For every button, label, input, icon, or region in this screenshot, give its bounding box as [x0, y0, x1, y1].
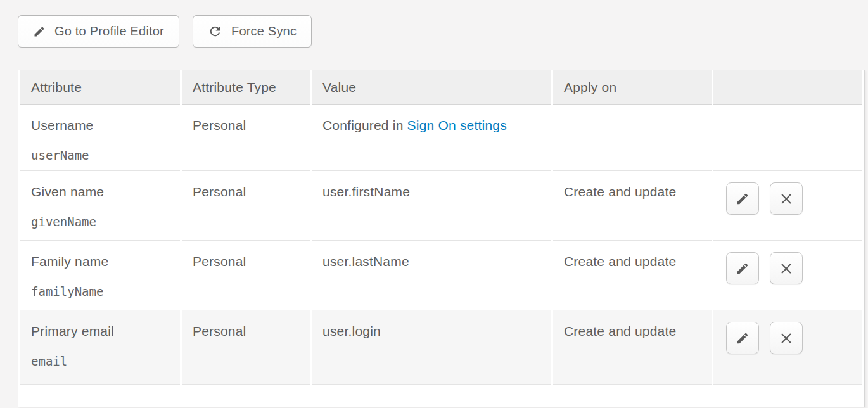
attribute-type-cell: Personal [182, 105, 310, 171]
pencil-icon [736, 262, 750, 276]
attribute-label: Primary email [31, 324, 175, 339]
column-header-attribute: Attribute [20, 70, 180, 105]
force-sync-button[interactable]: Force Sync [193, 15, 312, 48]
attribute-label: Username [31, 118, 175, 133]
attribute-cell: Username userName [20, 105, 180, 171]
x-icon [779, 331, 793, 345]
attribute-mappings-section: Attribute Attribute Type Value Apply on … [18, 70, 852, 407]
column-header-attribute-type: Attribute Type [182, 70, 310, 105]
table-header-row: Attribute Attribute Type Value Apply on [20, 70, 862, 105]
attribute-label: Given name [31, 184, 175, 200]
column-header-value: Value [312, 70, 551, 105]
attribute-type-cell: Personal [182, 310, 310, 385]
edit-attribute-button[interactable] [726, 252, 759, 284]
go-to-profile-editor-button[interactable]: Go to Profile Editor [18, 15, 179, 48]
apply-on-cell: Create and update [553, 171, 712, 241]
value-cell: Configured in Sign On settings [312, 105, 551, 171]
value-cell: user.lastName [312, 241, 551, 310]
table-row-given-name: Given name givenName Personal user.first… [20, 171, 862, 241]
attribute-variable: familyName [31, 284, 175, 298]
column-header-apply-on: Apply on [553, 70, 712, 105]
attribute-variable: givenName [31, 215, 175, 229]
edit-attribute-button[interactable] [726, 182, 759, 215]
attribute-label: Family name [31, 254, 175, 269]
table-row-primary-email: Primary email email Personal user.login … [20, 310, 862, 385]
refresh-icon [208, 24, 222, 39]
remove-attribute-button[interactable] [770, 182, 803, 215]
attribute-cell: Given name givenName [20, 171, 180, 241]
table-row-family-name: Family name familyName Personal user.las… [20, 241, 862, 310]
x-icon [779, 192, 793, 206]
x-icon [779, 262, 793, 276]
apply-on-cell: Create and update [553, 310, 712, 385]
value-cell: user.login [312, 310, 551, 385]
toolbar: Go to Profile Editor Force Sync [18, 15, 312, 48]
actions-cell [713, 310, 862, 385]
attribute-type-cell: Personal [182, 171, 310, 241]
pencil-icon [736, 192, 750, 206]
attribute-variable: email [31, 354, 175, 368]
table-row-username: Username userName Personal Configured in… [20, 105, 862, 171]
value-text: Configured in [322, 118, 407, 132]
actions-cell [713, 241, 862, 310]
pencil-icon [736, 331, 750, 345]
remove-attribute-button[interactable] [770, 252, 803, 284]
remove-attribute-button[interactable] [770, 322, 803, 354]
attribute-mappings-table: Attribute Attribute Type Value Apply on … [18, 70, 865, 407]
go-to-profile-editor-label: Go to Profile Editor [54, 24, 164, 39]
attribute-cell: Primary email email [20, 310, 180, 385]
table-row-partial [20, 385, 862, 407]
column-header-actions [713, 70, 862, 105]
value-cell: user.firstName [312, 171, 551, 241]
apply-on-cell [553, 105, 712, 171]
attribute-variable: userName [31, 148, 175, 162]
attribute-cell: Family name familyName [20, 241, 180, 310]
apply-on-cell: Create and update [553, 241, 712, 310]
actions-cell [713, 171, 862, 241]
attribute-type-cell: Personal [182, 241, 310, 310]
force-sync-label: Force Sync [231, 24, 297, 39]
sign-on-settings-link[interactable]: Sign On settings [407, 118, 507, 132]
actions-cell [713, 105, 862, 171]
edit-attribute-button[interactable] [726, 322, 759, 354]
pencil-icon [33, 25, 46, 38]
